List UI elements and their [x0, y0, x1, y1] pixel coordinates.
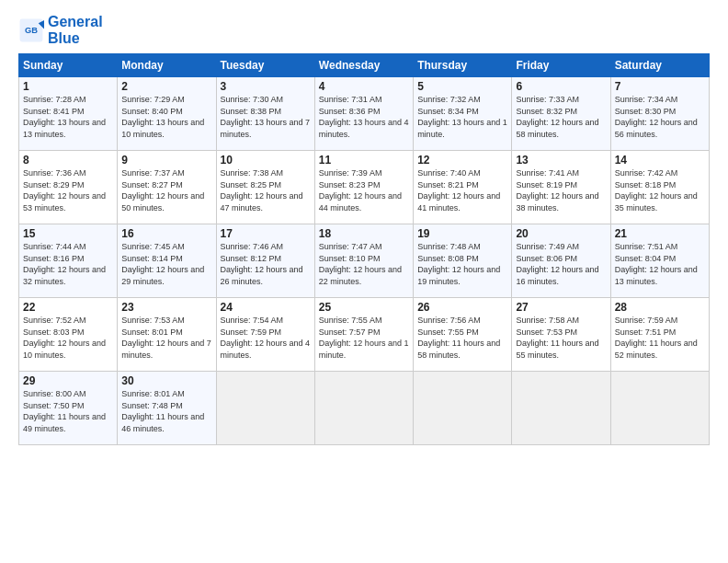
day-number: 15 [23, 227, 113, 240]
col-tuesday: Tuesday [216, 54, 314, 77]
calendar-cell [314, 372, 413, 445]
day-info: Sunrise: 7:40 AMSunset: 8:21 PMDaylight:… [417, 168, 500, 213]
day-info: Sunrise: 7:51 AMSunset: 8:04 PMDaylight:… [615, 242, 698, 286]
day-number: 7 [615, 80, 705, 93]
day-number: 1 [23, 80, 113, 93]
day-number: 27 [516, 301, 606, 314]
day-info: Sunrise: 7:58 AMSunset: 7:53 PMDaylight:… [516, 316, 598, 360]
calendar-cell: 2 Sunrise: 7:29 AMSunset: 8:40 PMDayligh… [118, 77, 216, 151]
calendar-cell: 6 Sunrise: 7:33 AMSunset: 8:32 PMDayligh… [512, 77, 610, 151]
calendar-cell: 22 Sunrise: 7:52 AMSunset: 8:03 PMDaylig… [19, 298, 118, 372]
day-number: 30 [121, 374, 211, 387]
table-row: 29 Sunrise: 8:00 AMSunset: 7:50 PMDaylig… [19, 372, 710, 445]
calendar-cell [414, 372, 512, 445]
day-number: 10 [221, 154, 311, 167]
day-number: 6 [516, 80, 606, 93]
day-number: 20 [516, 227, 606, 240]
calendar-cell: 11 Sunrise: 7:39 AMSunset: 8:23 PMDaylig… [314, 151, 413, 224]
calendar-cell: 26 Sunrise: 7:56 AMSunset: 7:55 PMDaylig… [414, 298, 512, 372]
day-number: 22 [23, 301, 113, 314]
calendar-cell [512, 372, 610, 445]
day-info: Sunrise: 7:59 AMSunset: 7:51 PMDaylight:… [615, 316, 698, 360]
logo-icon: GB [18, 17, 44, 43]
day-number: 17 [221, 227, 311, 240]
calendar-cell: 8 Sunrise: 7:36 AMSunset: 8:29 PMDayligh… [19, 151, 118, 224]
day-number: 18 [319, 227, 409, 240]
day-number: 14 [615, 154, 705, 167]
day-number: 8 [23, 154, 113, 167]
day-number: 16 [121, 227, 211, 240]
day-number: 3 [221, 80, 311, 93]
day-info: Sunrise: 8:00 AMSunset: 7:50 PMDaylight:… [23, 389, 106, 433]
calendar-cell: 21 Sunrise: 7:51 AMSunset: 8:04 PMDaylig… [610, 224, 709, 298]
calendar-cell: 18 Sunrise: 7:47 AMSunset: 8:10 PMDaylig… [314, 224, 413, 298]
day-info: Sunrise: 7:54 AMSunset: 7:59 PMDaylight:… [221, 316, 311, 360]
day-info: Sunrise: 7:49 AMSunset: 8:06 PMDaylight:… [516, 242, 598, 286]
calendar-cell [216, 372, 314, 445]
day-number: 21 [615, 227, 705, 240]
header: GB General Blue [18, 14, 710, 46]
day-info: Sunrise: 7:42 AMSunset: 8:18 PMDaylight:… [615, 168, 698, 213]
day-number: 19 [417, 227, 507, 240]
day-number: 9 [121, 154, 211, 167]
day-info: Sunrise: 7:48 AMSunset: 8:08 PMDaylight:… [417, 242, 500, 286]
day-number: 2 [121, 80, 211, 93]
calendar-cell: 12 Sunrise: 7:40 AMSunset: 8:21 PMDaylig… [414, 151, 512, 224]
day-number: 29 [23, 374, 113, 387]
col-wednesday: Wednesday [314, 54, 413, 77]
table-row: 22 Sunrise: 7:52 AMSunset: 8:03 PMDaylig… [19, 298, 710, 372]
day-number: 4 [319, 80, 409, 93]
day-info: Sunrise: 7:31 AMSunset: 8:36 PMDaylight:… [319, 95, 409, 139]
logo: GB General Blue [18, 14, 103, 46]
day-info: Sunrise: 7:28 AMSunset: 8:41 PMDaylight:… [23, 95, 106, 139]
day-info: Sunrise: 7:39 AMSunset: 8:23 PMDaylight:… [319, 168, 402, 213]
day-number: 12 [417, 154, 507, 167]
calendar-header-row: Sunday Monday Tuesday Wednesday Thursday… [19, 54, 710, 77]
day-number: 28 [615, 301, 705, 314]
calendar-cell: 25 Sunrise: 7:55 AMSunset: 7:57 PMDaylig… [314, 298, 413, 372]
calendar-cell: 16 Sunrise: 7:45 AMSunset: 8:14 PMDaylig… [118, 224, 216, 298]
logo-line1: General [48, 14, 103, 30]
day-info: Sunrise: 7:44 AMSunset: 8:16 PMDaylight:… [23, 242, 106, 286]
calendar-table: Sunday Monday Tuesday Wednesday Thursday… [18, 53, 710, 445]
calendar-cell: 4 Sunrise: 7:31 AMSunset: 8:36 PMDayligh… [314, 77, 413, 151]
page: GB General Blue Sunday Monday Tuesday We… [0, 0, 728, 563]
day-number: 24 [221, 301, 311, 314]
day-info: Sunrise: 7:29 AMSunset: 8:40 PMDaylight:… [121, 95, 204, 139]
calendar-cell: 7 Sunrise: 7:34 AMSunset: 8:30 PMDayligh… [610, 77, 709, 151]
col-friday: Friday [512, 54, 610, 77]
day-info: Sunrise: 7:32 AMSunset: 8:34 PMDaylight:… [417, 95, 507, 139]
calendar-cell: 17 Sunrise: 7:46 AMSunset: 8:12 PMDaylig… [216, 224, 314, 298]
day-number: 23 [121, 301, 211, 314]
day-number: 26 [417, 301, 507, 314]
svg-text:GB: GB [25, 26, 38, 35]
calendar-cell: 29 Sunrise: 8:00 AMSunset: 7:50 PMDaylig… [19, 372, 118, 445]
col-sunday: Sunday [19, 54, 118, 77]
table-row: 8 Sunrise: 7:36 AMSunset: 8:29 PMDayligh… [19, 151, 710, 224]
day-info: Sunrise: 7:47 AMSunset: 8:10 PMDaylight:… [319, 242, 402, 286]
logo-line2: Blue [48, 30, 103, 47]
col-monday: Monday [118, 54, 216, 77]
table-row: 1 Sunrise: 7:28 AMSunset: 8:41 PMDayligh… [19, 77, 710, 151]
calendar-cell: 20 Sunrise: 7:49 AMSunset: 8:06 PMDaylig… [512, 224, 610, 298]
day-info: Sunrise: 7:53 AMSunset: 8:01 PMDaylight:… [121, 316, 211, 360]
calendar-cell: 14 Sunrise: 7:42 AMSunset: 8:18 PMDaylig… [610, 151, 709, 224]
calendar-cell: 1 Sunrise: 7:28 AMSunset: 8:41 PMDayligh… [19, 77, 118, 151]
calendar-cell [610, 372, 709, 445]
day-info: Sunrise: 7:37 AMSunset: 8:27 PMDaylight:… [121, 168, 204, 213]
day-info: Sunrise: 7:38 AMSunset: 8:25 PMDaylight:… [221, 168, 303, 213]
table-row: 15 Sunrise: 7:44 AMSunset: 8:16 PMDaylig… [19, 224, 710, 298]
day-info: Sunrise: 7:41 AMSunset: 8:19 PMDaylight:… [516, 168, 598, 213]
day-info: Sunrise: 7:56 AMSunset: 7:55 PMDaylight:… [417, 316, 500, 360]
calendar-cell: 28 Sunrise: 7:59 AMSunset: 7:51 PMDaylig… [610, 298, 709, 372]
day-info: Sunrise: 7:46 AMSunset: 8:12 PMDaylight:… [221, 242, 303, 286]
calendar-cell: 30 Sunrise: 8:01 AMSunset: 7:48 PMDaylig… [118, 372, 216, 445]
calendar-cell: 24 Sunrise: 7:54 AMSunset: 7:59 PMDaylig… [216, 298, 314, 372]
calendar-cell: 19 Sunrise: 7:48 AMSunset: 8:08 PMDaylig… [414, 224, 512, 298]
calendar-cell: 3 Sunrise: 7:30 AMSunset: 8:38 PMDayligh… [216, 77, 314, 151]
col-thursday: Thursday [414, 54, 512, 77]
day-info: Sunrise: 7:52 AMSunset: 8:03 PMDaylight:… [23, 316, 106, 360]
day-info: Sunrise: 7:36 AMSunset: 8:29 PMDaylight:… [23, 168, 106, 213]
calendar-cell: 10 Sunrise: 7:38 AMSunset: 8:25 PMDaylig… [216, 151, 314, 224]
calendar-cell: 13 Sunrise: 7:41 AMSunset: 8:19 PMDaylig… [512, 151, 610, 224]
